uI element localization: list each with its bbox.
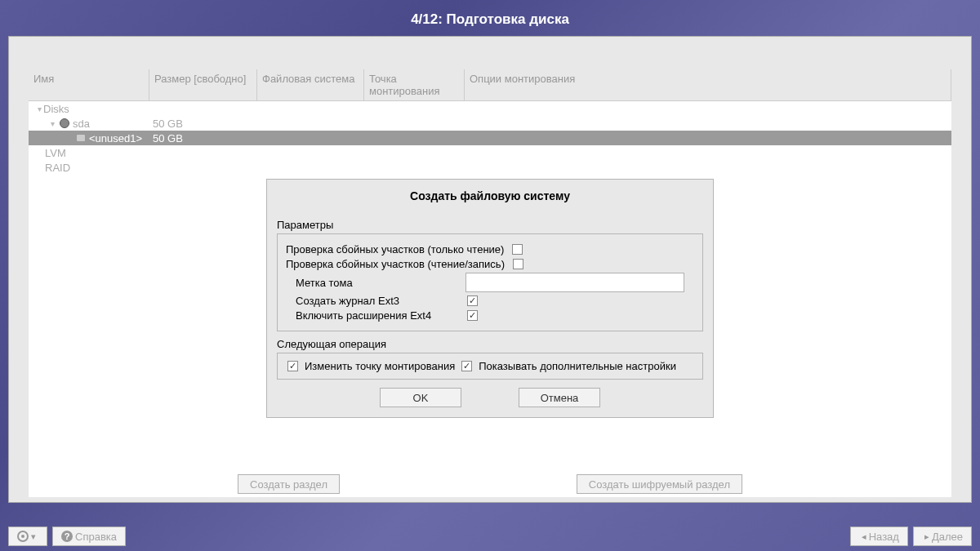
check-bad-rw-label: Проверка сбойных участков (чтение/запись… <box>286 258 505 270</box>
ext3-journal-checkbox[interactable] <box>467 295 478 306</box>
page-title: 4/12: Подготовка диска <box>0 0 980 36</box>
tree-label: RAID <box>45 162 70 174</box>
column-name[interactable]: Имя <box>29 69 149 100</box>
dialog-title: Создать файловую систему <box>277 189 703 202</box>
tree-size: 50 GB <box>149 118 257 130</box>
column-filesystem[interactable]: Файловая система <box>257 69 364 100</box>
disk-icon <box>60 118 69 128</box>
partition-buttons-row: Создать раздел Создать шифруемый раздел <box>9 474 971 494</box>
tree-row-raid[interactable]: RAID <box>29 160 951 175</box>
disk-tree-panel: Имя Размер [свободно] Файловая система Т… <box>29 69 951 497</box>
tree-label: Disks <box>43 103 69 115</box>
column-mountpoint[interactable]: Точка монтирования <box>364 69 465 100</box>
ok-button[interactable]: OK <box>380 388 461 407</box>
tree-label: LVM <box>45 147 66 159</box>
chevron-right-icon: ▸ <box>924 531 929 542</box>
tree-label: sda <box>73 118 90 130</box>
next-operation-label: Следующая операция <box>277 338 703 350</box>
cancel-button[interactable]: Отмена <box>519 388 600 407</box>
gear-icon <box>17 531 29 542</box>
tree-header: Имя Размер [свободно] Файловая система Т… <box>29 69 951 101</box>
parameters-fieldset: Проверка сбойных участков (только чтение… <box>277 233 703 331</box>
help-button[interactable]: ?Справка <box>52 527 126 546</box>
ext4-ext-checkbox[interactable] <box>467 310 478 321</box>
tree-empty-area: Создать файловую систему Параметры Прове… <box>29 175 951 497</box>
tree-row-disks[interactable]: ▾Disks <box>29 101 951 116</box>
next-operation-fieldset: Изменить точку монтирования Показывать д… <box>277 353 703 380</box>
chevron-left-icon: ◂ <box>862 531 866 542</box>
column-mount-options[interactable]: Опции монтирования <box>465 69 951 100</box>
expand-icon[interactable]: ▾ <box>48 119 56 128</box>
tree-body: ▾Disks ▾sda 50 GB <unused1> 50 GB LVM RA… <box>29 101 951 175</box>
change-mount-label: Изменить точку монтирования <box>305 360 455 372</box>
footer: ▾ ?Справка ◂Назад ▸Далее <box>0 527 980 546</box>
expand-icon[interactable]: ▾ <box>35 104 43 113</box>
next-button[interactable]: ▸Далее <box>913 527 972 546</box>
change-mount-checkbox[interactable] <box>287 361 298 371</box>
volume-label-input[interactable] <box>466 273 684 292</box>
create-partition-button[interactable]: Создать раздел <box>238 474 340 494</box>
create-filesystem-dialog: Создать файловую систему Параметры Прове… <box>266 179 714 418</box>
partition-icon <box>76 134 86 142</box>
tree-row-lvm[interactable]: LVM <box>29 145 951 160</box>
chevron-down-icon: ▾ <box>31 531 36 542</box>
check-bad-ro-checkbox[interactable] <box>512 244 523 255</box>
back-button[interactable]: ◂Назад <box>850 527 908 546</box>
tree-row-sda[interactable]: ▾sda 50 GB <box>29 116 951 131</box>
tree-row-unused[interactable]: <unused1> 50 GB <box>29 131 951 145</box>
check-bad-ro-label: Проверка сбойных участков (только чтение… <box>286 243 504 256</box>
ext3-journal-label: Создать журнал Ext3 <box>296 295 459 307</box>
show-advanced-label: Показывать дополнительные настройки <box>479 360 676 372</box>
main-panel: Имя Размер [свободно] Файловая система Т… <box>8 36 972 503</box>
ext4-ext-label: Включить расширения Ext4 <box>296 309 459 322</box>
check-bad-rw-checkbox[interactable] <box>513 259 523 269</box>
create-encrypted-partition-button[interactable]: Создать шифруемый раздел <box>577 474 742 494</box>
tree-label: <unused1> <box>89 132 142 144</box>
column-size[interactable]: Размер [свободно] <box>149 69 257 100</box>
settings-button[interactable]: ▾ <box>8 527 47 546</box>
parameters-label: Параметры <box>277 219 703 231</box>
show-advanced-checkbox[interactable] <box>461 361 472 371</box>
help-icon: ? <box>61 531 73 542</box>
volume-label-text: Метка тома <box>296 277 459 289</box>
tree-size: 50 GB <box>149 132 257 144</box>
